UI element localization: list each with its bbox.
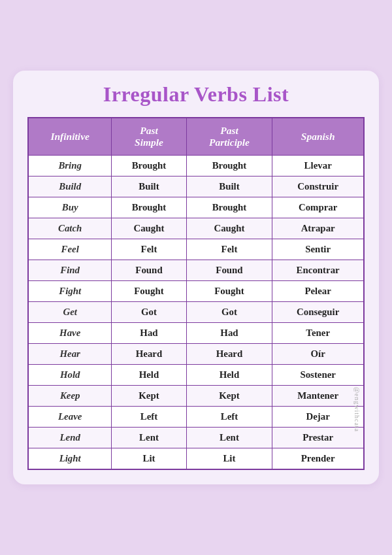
table-row: BringBroughtBroughtLlevar: [28, 156, 364, 177]
table-cell: Felt: [186, 239, 272, 260]
table-cell: Mantener: [272, 386, 364, 407]
table-row: KeepKeptKeptMantener: [28, 386, 364, 407]
table-cell: Atrapar: [272, 218, 364, 239]
table-cell: Brought: [186, 156, 272, 177]
table-cell: Brought: [112, 156, 186, 177]
table-cell: Hold: [28, 365, 112, 386]
column-header-past-participle: PastParticiple: [186, 118, 272, 156]
table-cell: Bring: [28, 156, 112, 177]
table-cell: Prestar: [272, 428, 364, 448]
table-cell: Had: [186, 323, 272, 344]
table-cell: Oír: [272, 344, 364, 365]
table-cell: Keep: [28, 386, 112, 407]
table-row: GetGotGotConseguir: [28, 302, 364, 323]
table-cell: Comprar: [272, 197, 364, 218]
column-header-past-simple: PastSimple: [112, 118, 186, 156]
table-cell: Conseguir: [272, 302, 364, 323]
table-cell: Got: [112, 302, 186, 323]
table-cell: Tener: [272, 323, 364, 344]
table-cell: Found: [112, 260, 186, 281]
table-cell: Lend: [28, 428, 112, 448]
table-row: CatchCaughtCaughtAtrapar: [28, 218, 364, 239]
table-row: LightLitLitPrender: [28, 448, 364, 470]
table-cell: Lent: [112, 428, 186, 448]
table-row: HoldHeldHeldSostener: [28, 365, 364, 386]
table-row: FindFoundFoundEncontrar: [28, 260, 364, 281]
table-row: BuyBroughtBroughtComprar: [28, 197, 364, 218]
table-cell: Sentir: [272, 239, 364, 260]
table-row: LeaveLeftLeftDejar: [28, 407, 364, 428]
table-cell: Light: [28, 448, 112, 470]
main-card: Irregular Verbs List InfinitivePastSimpl…: [13, 71, 379, 484]
table-row: FeelFeltFeltSentir: [28, 239, 364, 260]
table-cell: Left: [186, 407, 272, 428]
table-cell: Lent: [186, 428, 272, 448]
table-row: LendLentLentPrestar: [28, 428, 364, 448]
table-cell: Held: [112, 365, 186, 386]
table-cell: Fought: [112, 281, 186, 302]
table-cell: Brought: [186, 197, 272, 218]
table-cell: Lit: [186, 448, 272, 470]
table-cell: Caught: [186, 218, 272, 239]
table-row: HaveHadHadTener: [28, 323, 364, 344]
table-cell: Buy: [28, 197, 112, 218]
table-cell: Got: [186, 302, 272, 323]
table-cell: Feel: [28, 239, 112, 260]
table-row: HearHeardHeardOír: [28, 344, 364, 365]
table-cell: Felt: [112, 239, 186, 260]
table-cell: Brought: [112, 197, 186, 218]
table-cell: Built: [186, 177, 272, 197]
page-title: Irregular Verbs List: [27, 82, 365, 107]
table-cell: Fought: [186, 281, 272, 302]
table-cell: Llevar: [272, 156, 364, 177]
table-cell: Caught: [112, 218, 186, 239]
table-header-row: InfinitivePastSimplePastParticipleSpanis…: [28, 118, 364, 156]
table-cell: Held: [186, 365, 272, 386]
table-row: BuildBuiltBuiltConstruir: [28, 177, 364, 197]
table-cell: Hear: [28, 344, 112, 365]
watermark-text: @engwithcata: [353, 387, 361, 432]
table-cell: Construir: [272, 177, 364, 197]
table-cell: Kept: [112, 386, 186, 407]
table-cell: Find: [28, 260, 112, 281]
table-cell: Leave: [28, 407, 112, 428]
table-cell: Fight: [28, 281, 112, 302]
table-cell: Found: [186, 260, 272, 281]
table-cell: Kept: [186, 386, 272, 407]
table-row: FightFoughtFoughtPelear: [28, 281, 364, 302]
table-cell: Pelear: [272, 281, 364, 302]
table-cell: Have: [28, 323, 112, 344]
table-cell: Encontrar: [272, 260, 364, 281]
table-cell: Left: [112, 407, 186, 428]
column-header-spanish: Spanish: [272, 118, 364, 156]
table-cell: Catch: [28, 218, 112, 239]
table-cell: Heard: [186, 344, 272, 365]
table-cell: Built: [112, 177, 186, 197]
table-cell: Get: [28, 302, 112, 323]
table-cell: Had: [112, 323, 186, 344]
table-cell: Sostener: [272, 365, 364, 386]
column-header-infinitive: Infinitive: [28, 118, 112, 156]
table-cell: Prender: [272, 448, 364, 470]
table-cell: Heard: [112, 344, 186, 365]
table-cell: Dejar: [272, 407, 364, 428]
verbs-table: InfinitivePastSimplePastParticipleSpanis…: [27, 117, 365, 470]
table-cell: Build: [28, 177, 112, 197]
table-cell: Lit: [112, 448, 186, 470]
